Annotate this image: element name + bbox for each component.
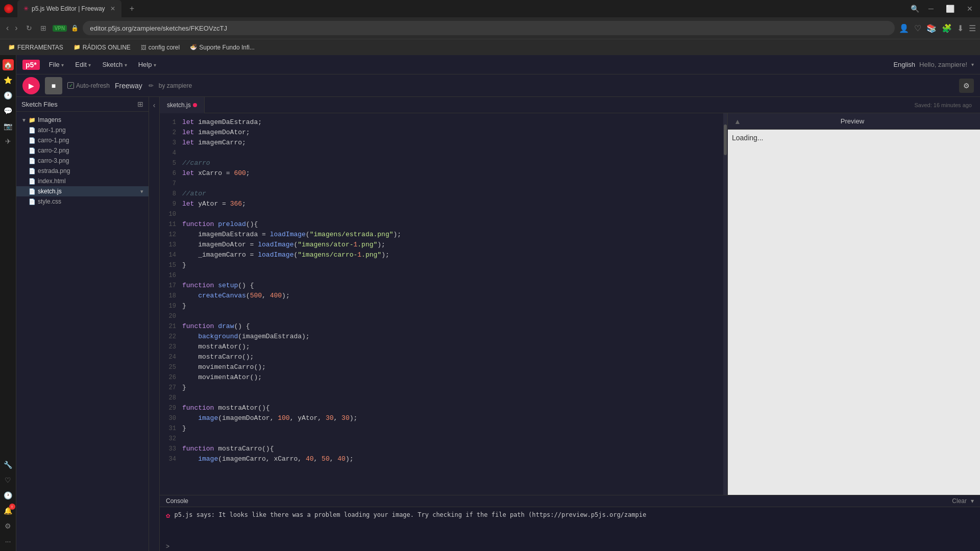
bookmark-ferramentas[interactable]: 📁 FERRAMENTAS bbox=[4, 43, 67, 52]
favorites-sidebar-icon[interactable]: ⭐ bbox=[3, 74, 14, 86]
file-icon: 📄 bbox=[29, 147, 36, 154]
more-sidebar-icon[interactable]: ··· bbox=[3, 536, 14, 547]
editor-settings-button[interactable]: ⚙ bbox=[959, 79, 974, 93]
auto-refresh-label[interactable]: Auto-refresh bbox=[67, 82, 110, 89]
code-line: let yAtor = 366; bbox=[182, 199, 719, 209]
messenger-sidebar-icon[interactable]: 💬 bbox=[3, 105, 14, 116]
tools-sidebar-icon[interactable]: 🔧 bbox=[3, 459, 14, 470]
console-clear-button[interactable]: Clear bbox=[952, 497, 967, 505]
close-button[interactable]: ✕ bbox=[964, 4, 976, 14]
extensions-icon[interactable]: 🧩 bbox=[942, 23, 952, 33]
help-menu[interactable]: Help ▾ bbox=[133, 59, 161, 70]
settings-sidebar-icon[interactable]: ⚙ bbox=[3, 520, 14, 532]
code-line: imagemDaEstrada = loadImage("imagens/est… bbox=[182, 230, 719, 240]
file-icon: 📄 bbox=[29, 188, 36, 195]
line-number: 29 bbox=[166, 403, 176, 413]
file-carro3[interactable]: 📄 carro-3.png bbox=[16, 156, 149, 166]
new-tab-button[interactable]: + bbox=[126, 2, 138, 15]
code-line: function setup() { bbox=[182, 281, 719, 291]
minimize-button[interactable]: ─ bbox=[925, 4, 937, 14]
sketch-js-tab[interactable]: sketch.js bbox=[160, 97, 205, 113]
search-icon[interactable]: 🔍 bbox=[911, 5, 919, 13]
code-scrollbar-thumb[interactable] bbox=[724, 124, 727, 155]
file-sketch-js[interactable]: 📄 sketch.js ▾ bbox=[16, 186, 149, 196]
browser-tab[interactable]: ✳ p5.js Web Editor | Freeway ✕ bbox=[17, 0, 121, 17]
history2-sidebar-icon[interactable]: 🕐 bbox=[3, 490, 14, 501]
file-menu[interactable]: File ▾ bbox=[44, 59, 69, 70]
grid-button[interactable]: ⊞ bbox=[38, 23, 48, 33]
address-bar[interactable] bbox=[83, 21, 895, 35]
line-number: 6 bbox=[166, 168, 176, 179]
telegram-sidebar-icon[interactable]: ✈ bbox=[3, 136, 14, 147]
file-name: carro-2.png bbox=[38, 147, 69, 154]
unsaved-dot bbox=[193, 103, 197, 107]
forward-button[interactable]: › bbox=[13, 22, 19, 34]
code-content[interactable]: let imagemDaEstrada;let imagemDoAtor;let… bbox=[180, 113, 723, 495]
reload-button[interactable]: ↻ bbox=[24, 23, 34, 33]
console-scroll-indicator[interactable]: ▾ bbox=[971, 497, 974, 505]
profile-icon[interactable]: 👤 bbox=[899, 23, 909, 33]
code-line: let imagemDaEstrada; bbox=[182, 117, 719, 128]
file-tree-toggle-button[interactable]: ⊞ bbox=[137, 100, 143, 108]
notifications-sidebar-icon[interactable]: 🔔 ! bbox=[3, 505, 14, 516]
collections-icon[interactable]: 📚 bbox=[926, 23, 937, 33]
auto-refresh-text: Auto-refresh bbox=[76, 82, 110, 89]
preview-scroll-up[interactable]: ▲ bbox=[734, 117, 741, 126]
edit-sketch-name-button[interactable]: ✏ bbox=[149, 82, 154, 89]
language-selector[interactable]: English bbox=[893, 61, 915, 68]
instagram-sidebar-icon[interactable]: 📷 bbox=[3, 120, 14, 132]
folder-imagens[interactable]: ▼ 📁 Imagens bbox=[16, 115, 149, 125]
download-icon[interactable]: ⬇ bbox=[957, 23, 964, 33]
stop-button[interactable]: ■ bbox=[45, 77, 62, 94]
home-sidebar-icon[interactable]: 🏠 bbox=[3, 59, 14, 70]
folder-icon: 📁 bbox=[29, 117, 36, 123]
tab-close-button[interactable]: ✕ bbox=[110, 5, 115, 12]
file-icon: 📄 bbox=[29, 158, 36, 164]
code-line: mostraAtor(); bbox=[182, 342, 719, 352]
bookmark-suporte[interactable]: 🍜 Suporte Fundo Infi... bbox=[186, 43, 259, 52]
line-number: 30 bbox=[166, 413, 176, 423]
console-messages: ✿ p5.js says: It looks like there was a … bbox=[160, 507, 980, 542]
bookmark-radios[interactable]: 📁 RÁDIOS ONLINE bbox=[69, 43, 135, 52]
sketch-name: Freeway bbox=[115, 82, 142, 90]
file-ator1[interactable]: 📄 ator-1.png bbox=[16, 125, 149, 135]
line-number: 20 bbox=[166, 311, 176, 321]
file-carro2[interactable]: 📄 carro-2.png bbox=[16, 145, 149, 156]
p5-editor: p5* File ▾ Edit ▾ Sketch ▾ Help ▾ Englis… bbox=[16, 55, 980, 551]
file-index-html[interactable]: 📄 index.html bbox=[16, 176, 149, 186]
file-carro1[interactable]: 📄 carro-1.png bbox=[16, 135, 149, 145]
file-menu-arrow: ▾ bbox=[61, 62, 64, 68]
code-line: image(imagemDoAtor, 100, yAtor, 30, 30); bbox=[182, 413, 719, 423]
play-button[interactable]: ▶ bbox=[22, 77, 40, 94]
maximize-button[interactable]: ⬜ bbox=[943, 4, 958, 14]
code-scrollbar[interactable] bbox=[723, 113, 727, 495]
code-editor-container[interactable]: 1234567891011121314151617181920212223242… bbox=[160, 113, 727, 495]
toolbar-right: ⚙ bbox=[959, 79, 974, 93]
auto-refresh-checkbox[interactable] bbox=[67, 82, 74, 89]
line-number: 1 bbox=[166, 117, 176, 128]
collapse-panel-button[interactable]: ‹ bbox=[149, 97, 160, 551]
line-number: 31 bbox=[166, 423, 176, 434]
bookmark-corel[interactable]: 🖼 config corel bbox=[137, 43, 184, 52]
file-estrada[interactable]: 📄 estrada.png bbox=[16, 166, 149, 176]
toolbar: ▶ ■ Auto-refresh Freeway ✏ by zampiere ⚙ bbox=[16, 74, 980, 97]
by-author: by zampiere bbox=[159, 82, 192, 89]
console-more-button[interactable]: > bbox=[160, 542, 980, 551]
line-number: 4 bbox=[166, 148, 176, 158]
favorites-icon[interactable]: ♡ bbox=[914, 23, 921, 33]
back-button[interactable]: ‹ bbox=[4, 22, 11, 34]
code-line: function mostraCarro(){ bbox=[182, 444, 719, 454]
edit-menu[interactable]: Edit ▾ bbox=[70, 59, 96, 70]
file-style-css[interactable]: 📄 style.css bbox=[16, 196, 149, 207]
preview-loading-text: Loading... bbox=[732, 134, 764, 142]
sketch-menu[interactable]: Sketch ▾ bbox=[97, 59, 132, 70]
history-sidebar-icon[interactable]: 🕐 bbox=[3, 90, 14, 101]
line-number: 18 bbox=[166, 291, 176, 301]
file-tree-title: Sketch Files bbox=[21, 101, 58, 108]
code-editor[interactable]: 1234567891011121314151617181920212223242… bbox=[160, 113, 723, 495]
code-line bbox=[182, 179, 719, 189]
favorites2-sidebar-icon[interactable]: ♡ bbox=[3, 474, 14, 486]
user-menu-arrow[interactable]: ▾ bbox=[971, 62, 974, 67]
code-line: image(imagemCarro, xCarro, 40, 50, 40); bbox=[182, 454, 719, 464]
menu-icon[interactable]: ☰ bbox=[969, 23, 976, 33]
